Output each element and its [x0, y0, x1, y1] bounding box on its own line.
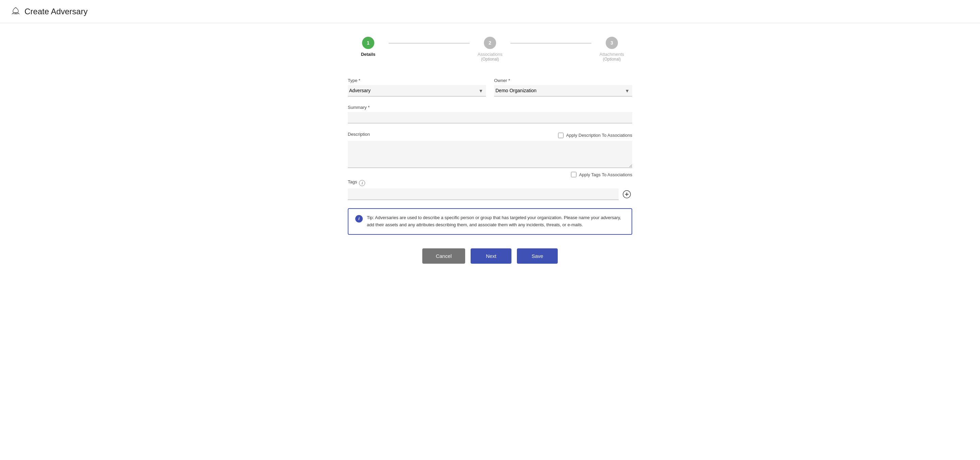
apply-description-text: Apply Description To Associations [566, 133, 632, 138]
add-tag-button[interactable] [621, 190, 632, 198]
owner-select-wrapper: Demo Organization ▼ [494, 85, 632, 97]
type-group: Type * Adversary Campaign Document Email… [348, 78, 486, 97]
owner-group: Owner * Demo Organization ▼ [494, 78, 632, 97]
step-3-sublabel: (Optional) [603, 57, 621, 62]
step-3: 3 Attachments (Optional) [592, 37, 632, 62]
form-footer: Cancel Next Save [348, 248, 632, 264]
page-header: Create Adversary [0, 0, 980, 23]
step-1-circle: 1 [362, 37, 374, 49]
tip-box: i Tip: Adversaries are used to describe … [348, 208, 632, 235]
owner-label: Owner * [494, 78, 632, 83]
type-select[interactable]: Adversary Campaign Document Email Host I… [348, 85, 486, 97]
save-button[interactable]: Save [517, 248, 558, 264]
step-3-circle: 3 [606, 37, 618, 49]
hat-icon [11, 6, 21, 17]
apply-tags-label[interactable]: Apply Tags To Associations [571, 172, 632, 177]
step-2: 2 Associations (Optional) [469, 37, 511, 62]
step-1-label: Details [361, 52, 375, 57]
step-2-sublabel: (Optional) [481, 57, 499, 62]
tip-info-icon: i [355, 215, 363, 223]
tags-label-row: Tags i [348, 179, 632, 186]
next-button[interactable]: Next [471, 248, 511, 264]
summary-input[interactable] [348, 112, 632, 124]
tags-input[interactable] [348, 188, 619, 200]
step-2-circle: 2 [484, 37, 496, 49]
description-textarea[interactable] [348, 141, 632, 168]
description-row: Description Apply Description To Associa… [348, 132, 632, 169]
owner-select[interactable]: Demo Organization [494, 85, 632, 97]
tags-info-icon: i [359, 180, 365, 186]
tags-label: Tags [348, 179, 357, 185]
apply-tags-checkbox[interactable] [571, 172, 576, 177]
step-1: 1 Details [348, 37, 388, 57]
page-title: Create Adversary [24, 7, 88, 16]
apply-description-label[interactable]: Apply Description To Associations [558, 133, 632, 138]
summary-label: Summary * [348, 105, 632, 110]
description-header: Description Apply Description To Associa… [348, 132, 632, 139]
type-owner-row: Type * Adversary Campaign Document Email… [348, 78, 632, 97]
summary-group: Summary * [348, 105, 632, 124]
apply-tags-text: Apply Tags To Associations [579, 172, 632, 177]
tip-icon: i [355, 215, 363, 229]
type-select-wrapper: Adversary Campaign Document Email Host I… [348, 85, 486, 97]
cancel-button[interactable]: Cancel [422, 248, 466, 264]
step-2-label: Associations [478, 52, 503, 57]
apply-tags-row: Apply Tags To Associations [348, 172, 632, 177]
step-connector-1 [388, 43, 469, 43]
tip-text: Tip: Adversaries are used to describe a … [367, 214, 625, 229]
stepper: 1 Details 2 Associations (Optional) 3 At… [348, 37, 632, 62]
tags-row: Tags i [348, 179, 632, 200]
type-label: Type * [348, 78, 486, 83]
description-label: Description [348, 132, 370, 137]
apply-description-checkbox[interactable] [558, 133, 563, 138]
tags-input-wrapper [348, 188, 632, 200]
step-3-label: Attachments [600, 52, 624, 57]
step-connector-2 [511, 43, 592, 43]
